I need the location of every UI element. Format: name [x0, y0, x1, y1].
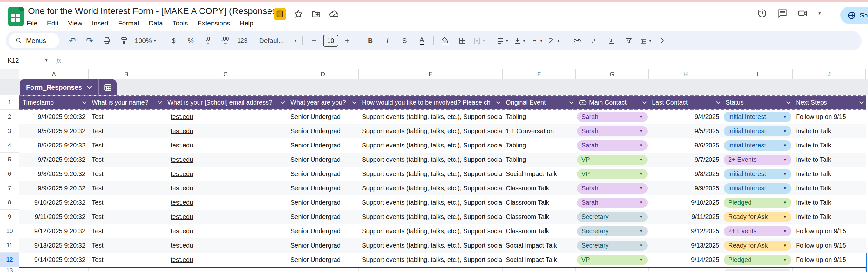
- insert-link-button[interactable]: [569, 34, 586, 48]
- cell-next_steps[interactable]: Follow up on 9/15: [793, 110, 866, 124]
- cell-next_steps[interactable]: Invite to Talk: [793, 195, 866, 210]
- menu-edit[interactable]: Edit: [47, 20, 58, 27]
- main_contact-chip[interactable]: Secretary▼: [577, 212, 648, 222]
- email-link[interactable]: test.edu: [170, 213, 193, 220]
- cell-name[interactable]: Test: [89, 138, 164, 153]
- menu-extensions[interactable]: Extensions: [197, 20, 230, 27]
- cell-timestamp[interactable]: 9/13/2025 9:20:32: [20, 238, 89, 252]
- cell-next_steps[interactable]: Invite to Talk: [793, 124, 866, 138]
- chip-caret-icon[interactable]: ▼: [783, 229, 787, 234]
- menu-file[interactable]: File: [27, 20, 37, 27]
- header-dropdown-caret-icon[interactable]: [158, 101, 162, 104]
- status-chip[interactable]: Initial Interest▼: [724, 141, 792, 151]
- cell-next_steps[interactable]: Invite to Talk: [793, 181, 866, 195]
- email-link[interactable]: test.edu: [170, 185, 193, 192]
- cell-year[interactable]: Senior Undergrad: [287, 238, 359, 252]
- cell-original_event[interactable]: Classroom Talk: [503, 210, 576, 224]
- header-cell-timestamp[interactable]: Timestamp: [20, 95, 89, 110]
- cell-last_contact[interactable]: 9/10/2025: [649, 195, 722, 210]
- header-dropdown-caret-icon[interactable]: [352, 101, 357, 104]
- main_contact-chip[interactable]: Secretary▼: [577, 241, 648, 251]
- font-family-select[interactable]: Defaul...▼: [257, 34, 299, 48]
- menu-insert[interactable]: Insert: [92, 20, 108, 27]
- comments-icon[interactable]: [777, 8, 788, 19]
- version-history-icon[interactable]: [757, 8, 768, 19]
- email-link[interactable]: test.edu: [170, 127, 193, 135]
- meet-dropdown-caret-icon[interactable]: ▼: [818, 11, 822, 16]
- cell-email[interactable]: test.edu: [164, 181, 287, 195]
- header-dropdown-caret-icon[interactable]: [281, 101, 285, 104]
- status-chip[interactable]: Initial Interest▼: [724, 112, 792, 122]
- name-box[interactable]: K12 ▼: [0, 57, 48, 64]
- header-dropdown-caret-icon[interactable]: [82, 101, 87, 104]
- increase-decimals-button[interactable]: .00→: [217, 34, 234, 48]
- empty-status-chip[interactable]: ▼: [724, 269, 791, 271]
- table-grid-icon[interactable]: [99, 80, 117, 95]
- header-cell-email[interactable]: What is your [School] email address?: [164, 95, 287, 110]
- cell-main_contact[interactable]: VP▼: [576, 167, 649, 181]
- header-cell-name[interactable]: What is your name?: [89, 95, 164, 110]
- chip-caret-icon[interactable]: ▼: [783, 143, 787, 148]
- cell-main_contact[interactable]: Secretary▼: [576, 210, 649, 224]
- cell-email[interactable]: test.edu: [164, 252, 287, 267]
- row-header-3[interactable]: 3: [0, 124, 20, 138]
- email-link[interactable]: test.edu: [170, 242, 193, 249]
- cell-email[interactable]: test.edu: [164, 110, 287, 124]
- column-header-I[interactable]: I: [722, 69, 793, 79]
- column-header-A[interactable]: A: [20, 69, 89, 79]
- cell-status[interactable]: Initial Interest▼: [722, 110, 793, 124]
- row-header-1[interactable]: 1: [0, 95, 20, 110]
- cell-year[interactable]: Senior Undergrad: [287, 138, 359, 153]
- cell-last_contact[interactable]: 9/8/2025: [649, 167, 722, 181]
- cell-timestamp[interactable]: 9/7/2025 9:20:32: [20, 153, 89, 167]
- chip-caret-icon[interactable]: ▼: [639, 129, 643, 133]
- cloud-saved-icon[interactable]: [329, 8, 339, 20]
- cell-original_event[interactable]: Classroom Talk: [503, 181, 576, 195]
- column-header-B[interactable]: B: [89, 69, 164, 79]
- cell-name[interactable]: Test: [89, 195, 164, 210]
- cell-timestamp[interactable]: 9/9/2025 9:20:32: [20, 181, 89, 195]
- menu-view[interactable]: View: [68, 20, 82, 27]
- bold-button[interactable]: B: [362, 34, 379, 48]
- insert-comment-button[interactable]: [586, 34, 603, 48]
- insert-chart-button[interactable]: [603, 34, 620, 48]
- cell-main_contact[interactable]: Sarah▼: [576, 110, 649, 124]
- cell-year[interactable]: Senior Undergrad: [287, 124, 359, 138]
- status-chip[interactable]: Ready for Ask▼: [724, 212, 792, 222]
- strikethrough-button[interactable]: S: [397, 34, 413, 48]
- cell-email[interactable]: test.edu: [164, 224, 287, 238]
- main_contact-chip[interactable]: VP▼: [577, 255, 648, 265]
- more-formats-button[interactable]: 123: [234, 34, 251, 48]
- cell-timestamp[interactable]: 9/4/2025 9:20:32: [20, 110, 89, 124]
- cell-status[interactable]: Initial Interest▼: [722, 124, 793, 138]
- cell-timestamp[interactable]: 9/10/2025 9:20:32: [20, 195, 89, 210]
- menu-data[interactable]: Data: [149, 20, 163, 27]
- chip-caret-icon[interactable]: ▼: [639, 243, 643, 248]
- cell-name[interactable]: Test: [89, 238, 164, 252]
- header-cell-original_event[interactable]: Original Event: [503, 95, 576, 110]
- email-link[interactable]: test.edu: [170, 256, 193, 264]
- chip-caret-icon[interactable]: ▼: [639, 157, 643, 162]
- cell-original_event[interactable]: Classroom Talk: [503, 195, 576, 210]
- text-color-button[interactable]: A: [414, 34, 430, 48]
- cell-email[interactable]: test.edu: [164, 238, 287, 252]
- format-currency-button[interactable]: $: [165, 34, 182, 48]
- chip-caret-icon[interactable]: ▼: [639, 143, 643, 148]
- header-cell-last_contact[interactable]: Last Contact: [649, 95, 722, 110]
- cell-name[interactable]: Test: [89, 124, 164, 138]
- cell-last_contact[interactable]: 9/13/2025: [649, 238, 722, 252]
- star-icon[interactable]: [293, 8, 304, 20]
- cell-status[interactable]: 2+ Events▼: [722, 224, 793, 238]
- column-header-D[interactable]: D: [287, 69, 359, 79]
- cell-involvement[interactable]: Support events (tabling, talks, etc.), S…: [359, 167, 503, 181]
- row-header-10[interactable]: 10: [0, 224, 20, 238]
- cell-timestamp[interactable]: 9/11/2025 9:20:32: [20, 210, 89, 224]
- cell-name[interactable]: Test: [89, 167, 164, 181]
- chip-caret-icon[interactable]: ▼: [783, 186, 787, 191]
- header-cell-main_contact[interactable]: Main Contact: [576, 95, 649, 110]
- menu-format[interactable]: Format: [118, 20, 140, 27]
- cell-original_event[interactable]: Tabling: [503, 138, 576, 153]
- row-header-6[interactable]: 6: [0, 167, 20, 181]
- cell-next_steps[interactable]: Invite to Talk: [793, 153, 866, 167]
- main_contact-chip[interactable]: Sarah▼: [577, 126, 648, 136]
